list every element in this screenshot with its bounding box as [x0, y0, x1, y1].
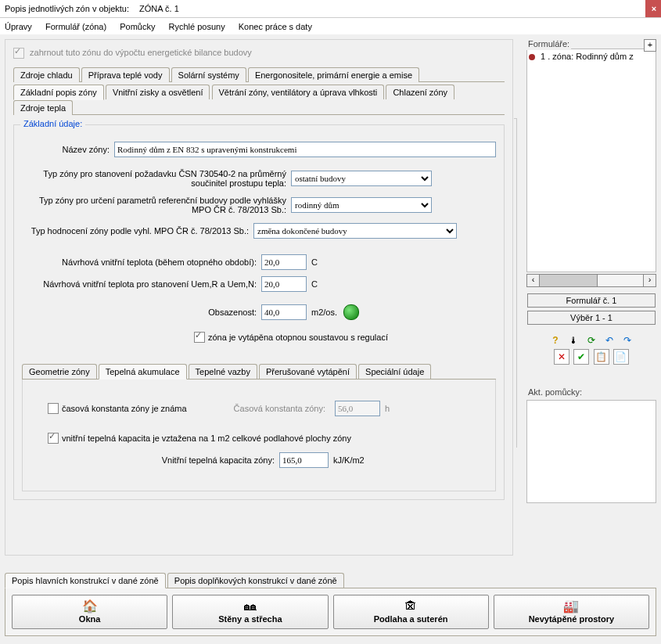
cap-per-m2-checkbox[interactable] — [48, 433, 59, 444]
typ3-select[interactable]: změna dokončené budovy — [253, 223, 457, 239]
tab-vetrani[interactable]: Větrání zóny, ventilátory a úprava vlhko… — [212, 85, 385, 99]
scroll-right-icon[interactable]: › — [643, 274, 656, 287]
okna-button[interactable]: 🏠 Okna — [12, 595, 167, 629]
temp1-unit: C — [311, 257, 318, 267]
redo-icon[interactable]: ↷ — [620, 333, 634, 347]
main-panel: zahrnout tuto zónu do výpočtu energetick… — [5, 39, 513, 556]
list-item[interactable]: 1 . zóna: Rodinný dům z — [529, 51, 654, 62]
typ1-select[interactable]: ostatní budovy — [291, 171, 432, 186]
cap-label: Vnitřní tepelná kapacita zóny: — [32, 455, 279, 465]
okna-label: Okna — [16, 614, 163, 624]
include-row: zahrnout tuto zónu do výpočtu energetick… — [13, 48, 505, 59]
tab-chlazeni[interactable]: Chlazení zóny — [386, 85, 454, 99]
ok-icon[interactable]: ✔ — [573, 349, 589, 365]
subtab-geometrie[interactable]: Geometrie zóny — [22, 364, 97, 379]
scroll-track[interactable] — [540, 274, 643, 287]
temp2-input[interactable] — [261, 276, 307, 292]
tab-priprava-vody[interactable]: Příprava teplé vody — [81, 67, 170, 82]
const-unit: h — [385, 404, 390, 413]
scroll-thumb[interactable] — [540, 275, 598, 286]
tab-energo[interactable]: Energonositele, primární energie a emise — [248, 67, 419, 82]
nazev-input[interactable] — [114, 142, 496, 157]
subtab-vazby[interactable]: Tepelné vazby — [189, 364, 257, 379]
subtab-panel: časová konstanta zóny je známa Časová ko… — [22, 380, 496, 491]
tab-solarni[interactable]: Solární systémy — [171, 67, 246, 82]
podlaha-label: Podlaha a suterén — [337, 614, 485, 624]
temp1-label: Návrhová vnitřní teplota (během otopného… — [22, 257, 261, 267]
obs-unit: m2/os. — [311, 308, 337, 317]
podlaha-button[interactable]: 🏚 Podlaha a suterén — [333, 595, 489, 629]
toolbar: ? 🌡 ⟳ ↶ ↷ ✕ ✔ 📋 📄 — [526, 333, 656, 365]
steny-label: Stěny a střecha — [176, 614, 324, 624]
title-zone: ZÓNA č. 1 — [139, 4, 179, 13]
bottom-tab-hlavni[interactable]: Popis hlavních konstrukcí v dané zóně — [5, 573, 166, 588]
big-buttons: 🏠 Okna 🏘 Stěny a střecha 🏚 Podlaha a sut… — [5, 588, 656, 636]
typ2-select[interactable]: rodinný dům — [291, 197, 432, 213]
menu-rychle[interactable]: Rychlé posuny — [169, 22, 225, 31]
subtab-prerusovane[interactable]: Přerušované vytápění — [259, 364, 357, 379]
tab-zakladni[interactable]: Základní popis zóny — [13, 85, 104, 100]
nevyt-label: Nevytápěné prostory — [498, 614, 645, 624]
menu-konec[interactable]: Konec práce s daty — [239, 22, 312, 31]
add-form-button[interactable]: + — [644, 39, 656, 52]
paste-icon[interactable]: 📄 — [613, 349, 629, 365]
close-button[interactable]: × — [645, 0, 661, 17]
subtabs: Geometrie zóny Tepelná akumulace Tepelné… — [22, 363, 496, 380]
bottom-tab-doplnkove[interactable]: Popis doplňkových konstrukcí v dané zóně — [167, 573, 344, 588]
scroll-left-icon[interactable]: ‹ — [526, 274, 540, 287]
tab-zdroje-chladu[interactable]: Zdroje chladu — [13, 67, 80, 82]
nevyt-button[interactable]: 🏭 Nevytápěné prostory — [494, 595, 649, 629]
basic-fieldset: Základní údaje: Název zóny: Typ zóny pro… — [13, 124, 505, 500]
help-box — [526, 400, 656, 503]
steny-icon: 🏘 — [176, 600, 324, 613]
form-list[interactable]: 1 . zóna: Rodinný dům z — [526, 49, 656, 272]
fieldset-legend: Základní údaje: — [20, 119, 85, 128]
nazev-label: Název zóny: — [22, 145, 114, 154]
refresh-icon[interactable]: ⟳ — [584, 333, 598, 347]
include-label: zahrnout tuto zónu do výpočtu energetick… — [30, 48, 252, 57]
temp2-label: Návrhová vnitřní teplota pro stanovení U… — [22, 279, 261, 289]
temp2-unit: C — [311, 279, 318, 289]
const-known-label: časová konstanta zóny je známa — [62, 404, 187, 413]
podlaha-icon: 🏚 — [337, 600, 485, 613]
heated-label: zóna je vytápěna otopnou soustavou s reg… — [208, 333, 388, 342]
heated-checkbox[interactable] — [194, 332, 205, 343]
bullet-icon — [529, 54, 535, 60]
undo-icon[interactable]: ↶ — [602, 333, 616, 347]
typ3-label: Typ hodnocení zóny podle vyhl. MPO ČR č.… — [22, 226, 253, 236]
subtab-akumulace[interactable]: Tepelná akumulace — [99, 364, 187, 380]
help-icon[interactable]: ? — [548, 333, 562, 347]
menu-pomucky[interactable]: Pomůcky — [120, 22, 155, 31]
help-label: Akt. pomůcky: — [526, 387, 584, 398]
delete-icon[interactable]: ✕ — [554, 349, 569, 365]
hscrollbar[interactable]: ‹ › — [526, 274, 656, 287]
cap-per-m2-label: vnitřní tepelná kapacita je vztažena na … — [62, 434, 351, 443]
title-prefix: Popis jednotlivých zón v objektu: — [5, 4, 129, 13]
bottom-tabstrip: Popis hlavních konstrukcí v dané zóně Po… — [5, 572, 656, 588]
tab-zisky[interactable]: Vnitřní zisky a osvětlení — [106, 85, 210, 99]
obs-label: Obsazenost: — [22, 308, 261, 317]
vyber-button[interactable]: Výběr 1 - 1 — [527, 311, 656, 325]
include-checkbox[interactable] — [13, 48, 24, 59]
tab-zdroje-tepla[interactable]: Zdroje tepla — [13, 100, 73, 115]
const-known-checkbox[interactable] — [48, 403, 59, 414]
titlebar: Popis jednotlivých zón v objektu: ZÓNA č… — [0, 0, 661, 18]
menu-formular[interactable]: Formulář (zóna) — [45, 22, 106, 31]
typ2-label: Typ zóny pro určení parametrů referenční… — [22, 196, 291, 214]
cap-unit: kJ/K/m2 — [333, 455, 365, 465]
right-panel: Formuláře: + 1 . zóna: Rodinný dům z ‹ ›… — [526, 39, 656, 503]
okna-icon: 🏠 — [16, 600, 163, 613]
temp1-input[interactable] — [261, 254, 307, 270]
steny-button[interactable]: 🏘 Stěny a střecha — [172, 595, 328, 629]
thermo-icon[interactable]: 🌡 — [566, 333, 580, 347]
menu-upravy[interactable]: Úpravy — [5, 22, 32, 31]
copy-icon[interactable]: 📋 — [594, 349, 609, 365]
tabs-row2: Základní popis zóny Vnitřní zisky a osvě… — [13, 84, 505, 115]
subtab-specialni[interactable]: Speciální údaje — [358, 364, 431, 379]
list-item-label: 1 . zóna: Rodinný dům z — [541, 52, 634, 61]
obs-helper-button[interactable] — [343, 304, 359, 320]
typ1-label: Typ zóny pro stanovení požadavku ČSN 730… — [22, 169, 291, 188]
obs-input[interactable] — [261, 304, 307, 320]
cap-input[interactable] — [279, 452, 329, 468]
formular-button[interactable]: Formulář č. 1 — [527, 293, 656, 308]
